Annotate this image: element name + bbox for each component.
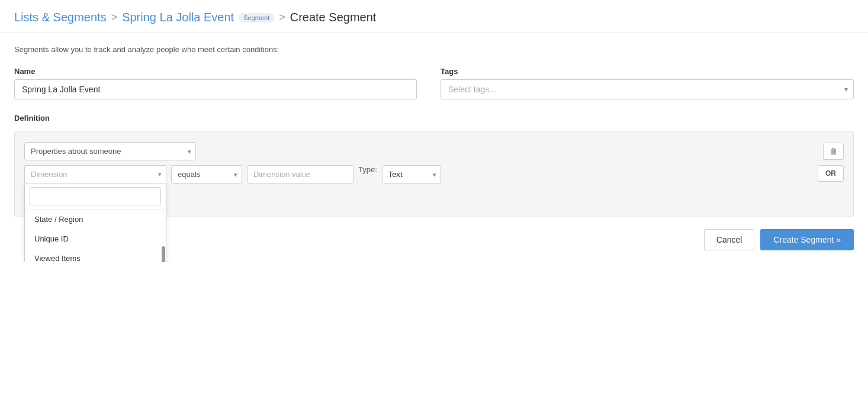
name-group: Name <box>14 67 417 99</box>
tags-group: Tags Select tags... <box>441 67 854 99</box>
description-text: Segments allow you to track and analyze … <box>14 45 854 54</box>
breadcrumb: Lists & Segments > Spring La Jolla Event… <box>0 0 868 33</box>
breadcrumb-badge: Segment <box>239 13 274 22</box>
type-dropdown-wrapper: Text Number Date Boolean <box>382 165 441 183</box>
breadcrumb-event-link[interactable]: Spring La Jolla Event <box>122 11 234 24</box>
properties-dropdown[interactable]: Properties about someone Properties abou… <box>24 142 196 160</box>
dimension-dropdown-wrapper: Dimension <box>24 165 166 183</box>
tags-select[interactable]: Select tags... <box>441 79 854 99</box>
breadcrumb-sep-2: > <box>279 11 285 24</box>
dimension-popup: State / Region Unique ID Viewed Items Zi… <box>24 183 166 262</box>
tags-label: Tags <box>441 67 854 76</box>
dimension-value-input[interactable] <box>247 165 353 183</box>
type-label: Type: <box>358 165 377 174</box>
name-input[interactable] <box>14 79 417 99</box>
dimension-row: Dimension State / Region Unique ID Viewe… <box>24 165 844 183</box>
definition-area: Properties about someone Properties abou… <box>14 131 854 217</box>
dimension-search-input[interactable] <box>30 187 161 205</box>
dimension-select-open: Dimension State / Region Unique ID Viewe… <box>24 165 166 183</box>
scrollbar-thumb[interactable] <box>162 246 165 262</box>
operator-dropdown[interactable]: equals does not equal contains does not … <box>171 165 242 183</box>
properties-row: Properties about someone Properties abou… <box>24 142 844 160</box>
dropdown-popup-inner: State / Region Unique ID Viewed Items Zi… <box>25 210 166 262</box>
trash-icon: 🗑 <box>830 147 837 156</box>
type-dropdown[interactable]: Text Number Date Boolean <box>382 165 441 183</box>
scrollbar-track <box>161 183 166 262</box>
operator-dropdown-wrapper: equals does not equal contains does not … <box>171 165 242 183</box>
definition-section: Definition Properties about someone Prop… <box>14 114 854 250</box>
breadcrumb-current: Create Segment <box>290 11 377 24</box>
create-segment-button[interactable]: Create Segment » <box>760 229 854 250</box>
breadcrumb-sep-1: > <box>111 11 118 24</box>
name-label: Name <box>14 67 417 76</box>
dimension-value-wrapper <box>247 165 353 183</box>
dropdown-item-state[interactable]: State / Region <box>25 210 166 229</box>
dropdown-item-uniqueid[interactable]: Unique ID <box>25 229 166 249</box>
dropdown-search-wrapper <box>25 183 166 210</box>
form-row: Name Tags Select tags... <box>14 67 854 99</box>
or-button[interactable]: OR <box>818 165 844 182</box>
cancel-button[interactable]: Cancel <box>704 229 755 250</box>
main-content: Segments allow you to track and analyze … <box>0 33 868 262</box>
properties-dropdown-wrapper: Properties about someone Properties abou… <box>24 142 196 160</box>
definition-label: Definition <box>14 114 854 123</box>
dimension-dropdown[interactable]: Dimension <box>24 165 166 183</box>
dropdown-item-viewed[interactable]: Viewed Items <box>25 249 166 262</box>
delete-button[interactable]: 🗑 <box>823 143 844 160</box>
tags-select-wrapper: Select tags... <box>441 79 854 99</box>
breadcrumb-lists-link[interactable]: Lists & Segments <box>14 11 107 24</box>
